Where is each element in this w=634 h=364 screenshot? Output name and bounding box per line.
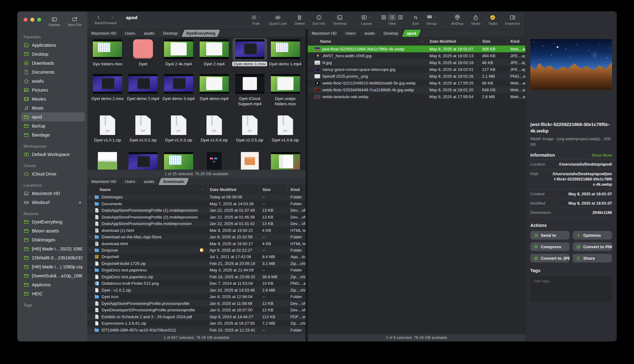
- crumb-downloads-active[interactable]: Downloads: [159, 178, 189, 185]
- sidebar-button[interactable]: Sidebar: [48, 16, 61, 27]
- sidebar-item-desktop[interactable]: Desktop: [21, 50, 85, 58]
- file-row-jwst-hero-width-2000-jpg[interactable]: JWST_hero.width-2000.jpgMay 8, 2025 at 1…: [308, 52, 525, 59]
- file-row-nancy-grace-roman-space-telescope-jpg[interactable]: nancy-grace-roman-space-telescope.jpgMay…: [308, 66, 525, 73]
- grid-item-dyet-2-4k-mp4[interactable]: Dyet 2 4k.mp4: [161, 38, 196, 73]
- grid-item-dyet-v1-0-3-zip[interactable]: ZIPDyet v1.0.3.zip: [161, 114, 196, 151]
- toolbar-view-button[interactable]: View: [380, 14, 405, 25]
- sidebar-item-icloud-drive[interactable]: iCloud Drive: [21, 169, 85, 178]
- grid-item-dyet-2-mp4[interactable]: Dyet 2.mp4: [197, 38, 232, 73]
- compress-button[interactable]: Compress: [530, 242, 570, 251]
- file-row-dtafalonso-ios8-finder-512-png[interactable]: Dtafalonso-Ios8-Finder.512.pngDec 7, 202…: [87, 280, 306, 287]
- grid-item-dye-folders-mov[interactable]: Dye folders.mov: [90, 38, 125, 73]
- sidebar-item-asiafu[interactable]: asiafu: [21, 76, 85, 85]
- sidebar-item-windsurf[interactable]: Windsurf: [21, 198, 85, 207]
- file-row-webb-flickr-52534406448-7ca1198fd5-4k-jp[interactable]: webb-flickr-52534406448-7ca1198fd5-4k-jp…: [308, 86, 525, 93]
- toolbar-quick-look-button[interactable]: Quick Look: [269, 14, 287, 25]
- file-row-exhibits-to-schedule-2-and-3-29-august-2[interactable]: Exhibits to Schedule 2 and 3 - 29 August…: [87, 313, 306, 320]
- forward-icon[interactable]: [110, 15, 115, 20]
- disclosure-chevron-icon[interactable]: [89, 328, 92, 332]
- disclosure-chevron-icon[interactable]: [89, 195, 92, 199]
- column-header-kind[interactable]: Kind: [507, 37, 525, 45]
- send-to-button[interactable]: Send to: [530, 231, 570, 240]
- disclosure-chevron-icon[interactable]: [89, 268, 92, 272]
- column-header-name[interactable]: Name: [87, 187, 207, 192]
- pane-divider[interactable]: [306, 29, 308, 341]
- file-row-dryjadocs-test-paperless-zip[interactable]: DryjaDocs test.paperless.zipFeb 18, 2025…: [87, 274, 306, 280]
- disclosure-chevron-icon[interactable]: [89, 249, 92, 252]
- grid-item-item[interactable]: [161, 151, 196, 170]
- grid-item-item[interactable]: [90, 151, 125, 170]
- sidebar-item-baxup[interactable]: BaXup: [21, 121, 85, 130]
- sidebar-item-documents[interactable]: Documents: [21, 67, 85, 76]
- convert-to-jpeg-button[interactable]: Convert to JPEG: [530, 254, 570, 262]
- sidebar-item-hr-made-i-1080p-copy[interactable]: [HR] Made i…) 1080p copy: [21, 262, 85, 271]
- disclosure-chevron-icon[interactable]: [89, 202, 92, 206]
- grid-item-dyet-demo-mp4[interactable]: Dyet demo.mp4: [197, 73, 232, 114]
- file-row-dyet-icon[interactable]: Dyet iconJan 8, 2025 at 12:56:04--Folder: [87, 293, 306, 300]
- eject-icon[interactable]: [78, 200, 82, 205]
- sidebar-item-sweetsub-a10p-1080p[interactable]: [SweetSub&…a10p_1080p]: [21, 271, 85, 280]
- optimize-button[interactable]: Optimize: [573, 231, 612, 240]
- grid-item-item[interactable]: [197, 151, 232, 170]
- sidebar-item-bloom-assets[interactable]: Bloom assets: [21, 226, 85, 235]
- file-row-f2713499-18f4-457c-ac10-91b708ce3111[interactable]: f2713499-18f4-457c-ac10-91b708ce3111Feb …: [87, 327, 306, 333]
- file-row-webb-flickr-52212049510-bb98d2eab6-5k-jp[interactable]: webb-flickr-52212049510-bb98d2eab6-5k-jp…: [308, 80, 525, 86]
- sidebar-item-hr-made-i-2022-1080p[interactable]: [HR] Made i…2022) 1080p: [21, 244, 85, 253]
- sidebar-item-bandage[interactable]: Bandage: [21, 130, 85, 139]
- crumb-users[interactable]: Users: [121, 29, 140, 37]
- column-header-date-modified[interactable]: Date Modified: [427, 37, 479, 45]
- sidebar-item-diskimages[interactable]: DiskImages: [21, 235, 85, 244]
- grid-item-dyet-demo-2-mov[interactable]: Dyet demo 2.mov: [90, 73, 125, 114]
- crumb-apod-active[interactable]: apod: [403, 29, 421, 37]
- sidebar-item-apod[interactable]: apod: [21, 112, 85, 121]
- toolbar-get-info-button[interactable]: Get Info: [313, 14, 325, 25]
- disclosure-chevron-icon[interactable]: [89, 295, 92, 298]
- column-header-kind[interactable]: Kind: [288, 186, 306, 193]
- crumb-macintosh-hd[interactable]: Macintosh HD: [87, 29, 121, 37]
- file-row-download-html[interactable]: download.htmlMar 8, 2025 at 19:50:174 KB…: [87, 240, 306, 247]
- sidebar-item-default-workspace[interactable]: Default Workspace: [21, 150, 85, 159]
- sidebar-item-movies[interactable]: Movies: [21, 94, 85, 103]
- column-header-size[interactable]: Size: [479, 37, 507, 45]
- grid4-view-icon[interactable]: [380, 14, 388, 21]
- toolbar-group-button[interactable]: Group: [427, 14, 437, 25]
- sidebar-item-heic[interactable]: HEIC: [21, 289, 85, 298]
- sidebar-item-22bf4af8-3-235160b233[interactable]: 22bf4af8-3…235160b233: [21, 253, 85, 262]
- file-row-dropover[interactable]: DropoverApr 9, 2025 at 02:22:27--Folder: [87, 247, 306, 254]
- file-row-dryjadocs-test-paperless[interactable]: DryjaDocs test.paperlessMay 3, 2025 at 2…: [87, 267, 306, 273]
- crumb-asiafu[interactable]: asiafu: [140, 178, 159, 185]
- columns-view-icon[interactable]: [396, 14, 405, 21]
- list-view-icon[interactable]: [388, 14, 396, 21]
- disclosure-chevron-icon[interactable]: [89, 235, 92, 239]
- sidebar-item-dyeteverything[interactable]: DyetEverything: [21, 217, 85, 226]
- grid-item-dyet-demo-3-mp4[interactable]: Dyet demo 3.mp4: [161, 73, 196, 114]
- crumb-macintosh-hd[interactable]: Macintosh HD: [308, 29, 341, 37]
- preview-image[interactable]: [530, 39, 612, 90]
- zoom-window-button[interactable]: [37, 18, 41, 22]
- sidebar-item-downloads[interactable]: Downloads: [21, 58, 85, 67]
- file-row-dyetdeveloperidprovisioningprofile-provi[interactable]: DyetDeveloperIDProvisioningProfile.provi…: [87, 307, 306, 313]
- crumb-macintosh-hd[interactable]: Macintosh HD: [87, 178, 121, 185]
- toolbar-tasks-button[interactable]: Tasks: [488, 14, 497, 25]
- file-row-dyet-v1-0-1-zip[interactable]: Dyet - v1.0.1.zipJan 10, 2025 at 14:53:4…: [87, 287, 306, 293]
- file-row-download-1-html[interactable]: download (1).htmlMar 8, 2025 at 19:50:22…: [87, 227, 306, 233]
- grid-item-dyet-undye-folders-mov[interactable]: Dyet undye folders.mov: [268, 73, 303, 114]
- grid-item-dyet-icloud-support-mp4[interactable]: Dyet iCloud Support.mp4: [232, 73, 267, 114]
- grid-item-dyet-v1-0-6-zip[interactable]: ZIPDyet v1.0.6.zip: [268, 114, 303, 151]
- new-file-button[interactable]: New File: [68, 16, 82, 27]
- toolbar-inspector-button[interactable]: Inspector: [505, 14, 520, 25]
- crumb-dyeteverything-active[interactable]: DyetEverything: [182, 29, 220, 37]
- column-header-name[interactable]: Name: [308, 39, 427, 44]
- sidebar-item-applications[interactable]: Applications: [21, 41, 85, 50]
- file-row-jwst-flickr-52259221868-30e1c78f0c-4k-we[interactable]: jwst-flickr-52259221868-30e1c78f0c-4k.we…: [308, 46, 525, 52]
- share-button[interactable]: Share: [573, 254, 612, 262]
- grid-item-item[interactable]: [268, 151, 303, 170]
- toolbar-share-button[interactable]: Share: [471, 14, 481, 25]
- file-row-dodoappstoreprovisioningprofile-1-mobile[interactable]: DodoAppStoreProvisioningProfile (1).mobi…: [87, 207, 306, 214]
- close-window-button[interactable]: [24, 18, 28, 22]
- crumb-asiafu[interactable]: asiafu: [360, 29, 380, 37]
- crumb-asiafu[interactable]: asiafu: [140, 29, 159, 37]
- crumb-desktop[interactable]: Desktop: [380, 29, 403, 37]
- crumb-users[interactable]: Users: [341, 29, 360, 37]
- show-more-link[interactable]: Show More: [592, 153, 612, 158]
